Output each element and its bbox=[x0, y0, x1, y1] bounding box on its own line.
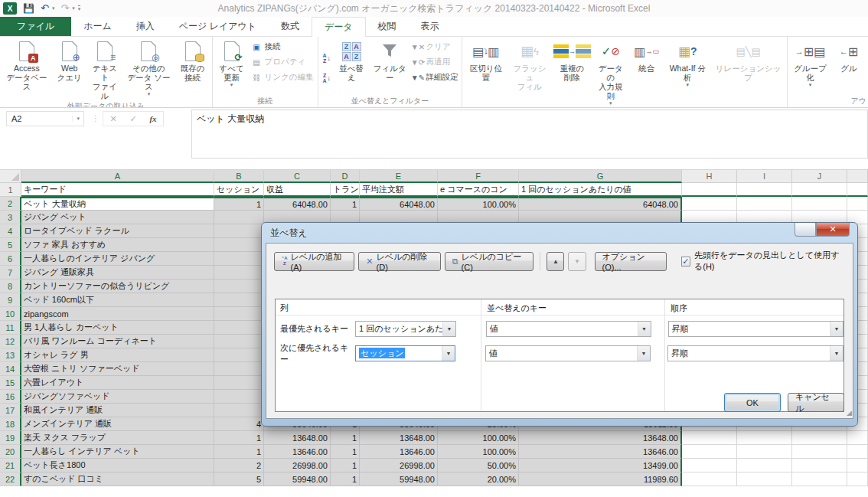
cell-sessions[interactable] bbox=[214, 280, 264, 293]
col-header-e[interactable]: E bbox=[360, 170, 438, 183]
level1-sort-on-combobox[interactable]: 値 ▼ bbox=[486, 321, 651, 337]
header-cell-keyword[interactable]: キーワード bbox=[21, 183, 214, 197]
sort-ascending-button[interactable]: AZ↓ bbox=[320, 51, 334, 65]
combo-dropdown-icon[interactable]: ▼ bbox=[637, 346, 650, 361]
text-to-columns-button[interactable]: ▤⤵▥ 区切り位置 bbox=[464, 38, 507, 107]
cell-per-session-value[interactable]: 13499.00 bbox=[519, 459, 682, 472]
row-header[interactable]: 10 bbox=[0, 307, 21, 321]
cell-ecommerce-conv[interactable]: 100.00% bbox=[438, 445, 519, 459]
cell-keyword[interactable]: カントリーソファーの似合うリビング bbox=[21, 280, 214, 293]
cell-revenue[interactable]: 13648.00 bbox=[264, 431, 331, 445]
remove-duplicates-button[interactable]: → 重複の 削除 bbox=[552, 38, 592, 107]
cell-keyword[interactable]: ベット長さ1800 bbox=[21, 459, 214, 472]
properties-button[interactable]: ▤ プロパティ bbox=[250, 56, 316, 68]
row-header-1[interactable]: 1 bbox=[0, 183, 21, 197]
cell-sessions[interactable]: 5 bbox=[214, 472, 264, 486]
access-database-button[interactable]: A Access データベース bbox=[2, 38, 52, 101]
row-header[interactable]: 13 bbox=[0, 348, 21, 362]
row-header[interactable]: 6 bbox=[0, 252, 21, 266]
level2-column-combobox[interactable]: セッション ▼ bbox=[355, 345, 455, 361]
row-header[interactable]: 18 bbox=[0, 417, 21, 431]
row-header[interactable]: 11 bbox=[0, 321, 21, 335]
row-header[interactable]: 14 bbox=[0, 362, 21, 376]
cell-sessions[interactable] bbox=[214, 321, 264, 335]
tab-review[interactable]: 校閲 bbox=[366, 16, 409, 36]
tab-insert[interactable]: 挿入 bbox=[124, 16, 167, 36]
cell-revenue[interactable]: 13646.00 bbox=[264, 445, 331, 459]
redo-icon[interactable]: ↷ bbox=[60, 3, 69, 14]
save-icon[interactable]: 💾 bbox=[23, 3, 34, 14]
move-level-up-button[interactable]: ▲ bbox=[547, 252, 564, 271]
cell-revenue[interactable]: 26998.00 bbox=[264, 459, 331, 472]
header-cell-transactions[interactable]: トランザ bbox=[331, 183, 360, 197]
header-cell-ecommerce-conv[interactable]: e コマースのコン bbox=[438, 183, 519, 197]
header-cell-revenue[interactable]: 収益 bbox=[264, 183, 331, 197]
tab-file[interactable]: ファイル bbox=[0, 16, 71, 36]
row-header[interactable]: 5 bbox=[0, 238, 21, 252]
level2-order-combobox[interactable]: 昇順 ▼ bbox=[667, 345, 844, 361]
formula-bar-splitter[interactable]: ⋮ bbox=[92, 114, 100, 123]
cell-sessions[interactable] bbox=[214, 390, 264, 404]
select-all-corner[interactable] bbox=[0, 170, 21, 183]
cell-sessions[interactable]: 4 bbox=[214, 417, 264, 431]
dialog-close-icon[interactable]: ✕ bbox=[816, 223, 850, 237]
options-button[interactable]: オプション(O)... bbox=[595, 252, 667, 271]
cell-per-session-value[interactable]: 11989.60 bbox=[519, 472, 682, 486]
dialog-help-icon[interactable] bbox=[795, 223, 816, 237]
cell-avg-order[interactable]: 59948.00 bbox=[360, 472, 438, 486]
level1-order-combobox[interactable]: 昇順 ▼ bbox=[668, 321, 844, 337]
col-header-g[interactable]: G bbox=[519, 170, 682, 183]
cell-sessions[interactable] bbox=[214, 335, 264, 348]
row-header[interactable]: 21 bbox=[0, 459, 21, 472]
cell-transactions[interactable]: 1 bbox=[331, 459, 360, 472]
refresh-all-button[interactable]: ⟳ すべて 更新 ▾ bbox=[214, 38, 250, 96]
row-header[interactable]: 9 bbox=[0, 293, 21, 307]
cell-keyword[interactable]: 楽天 ヌクス フラップ bbox=[21, 431, 214, 445]
cell-avg-order[interactable]: 26998.00 bbox=[360, 459, 438, 472]
cell-sessions[interactable] bbox=[214, 293, 264, 307]
row-header[interactable]: 2 bbox=[0, 197, 21, 211]
tab-view[interactable]: 表示 bbox=[409, 16, 452, 36]
cancel-button[interactable]: キャンセル bbox=[788, 393, 844, 412]
add-level-button[interactable]: ⁺AZ レベルの追加(A) bbox=[274, 252, 354, 271]
cell-sessions[interactable] bbox=[214, 252, 264, 266]
data-validation-button[interactable]: ✓⊘ データの 入力規則 ▾ bbox=[592, 38, 629, 107]
cell-ecommerce-conv[interactable]: 100.00% bbox=[438, 197, 519, 211]
cell-keyword[interactable]: 和風インテリア 通販 bbox=[21, 404, 214, 417]
header-cell-sessions[interactable]: セッション bbox=[214, 183, 264, 197]
cancel-entry-icon[interactable]: ✕ bbox=[103, 114, 123, 124]
col-header-i[interactable]: I bbox=[737, 170, 792, 183]
name-box[interactable]: A2 ▾ bbox=[6, 111, 84, 126]
flash-fill-button[interactable]: ▦ϟ フラッシュ フィル bbox=[507, 38, 552, 107]
undo-icon[interactable]: ↶ bbox=[41, 3, 49, 14]
cell-sessions[interactable] bbox=[214, 348, 264, 362]
customize-qat-icon[interactable]: ▾ bbox=[78, 5, 81, 12]
col-header-h[interactable]: H bbox=[682, 170, 737, 183]
cell-keyword[interactable]: ジバング ベット bbox=[21, 211, 214, 224]
insert-function-icon[interactable]: fx bbox=[143, 114, 163, 123]
cell-keyword[interactable]: 六畳レイアウト bbox=[21, 376, 214, 390]
row-header[interactable]: 17 bbox=[0, 404, 21, 417]
other-sources-button[interactable]: ◎ その他の データ ソース ▾ bbox=[122, 38, 175, 101]
row-header[interactable]: 15 bbox=[0, 376, 21, 390]
cell-keyword[interactable]: オシャレ ラグ 男 bbox=[21, 348, 214, 362]
tab-home[interactable]: ホーム bbox=[71, 16, 124, 36]
combo-dropdown-icon[interactable]: ▼ bbox=[830, 322, 843, 336]
sort-descending-button[interactable]: ZA↓ bbox=[320, 71, 334, 85]
combo-dropdown-icon[interactable]: ▼ bbox=[442, 322, 455, 336]
cell-keyword[interactable]: ロータイプベッド ラクール bbox=[21, 224, 214, 238]
cell-transactions[interactable]: 1 bbox=[331, 445, 360, 459]
combo-dropdown-icon[interactable]: ▼ bbox=[442, 346, 455, 361]
existing-connections-button[interactable]: 既存の 接続 bbox=[175, 38, 210, 101]
advanced-filter-button[interactable]: ▼✎ 詳細設定 bbox=[410, 71, 460, 83]
redo-dropdown-icon[interactable]: ▾ bbox=[72, 5, 75, 11]
level1-column-combobox[interactable]: 1 回のセッションあたりの値 ▼ bbox=[355, 321, 456, 337]
cell-sessions[interactable] bbox=[214, 266, 264, 280]
cell-keyword[interactable]: メンズインテリア 通販 bbox=[21, 417, 214, 431]
row-header[interactable]: 16 bbox=[0, 390, 21, 404]
header-cell-per-session-value[interactable]: 1 回のセッションあたりの値 bbox=[519, 183, 682, 197]
cell-keyword[interactable]: ソファ 家具 おすすめ bbox=[21, 238, 214, 252]
tab-data[interactable]: データ bbox=[312, 17, 366, 37]
row-header[interactable]: 12 bbox=[0, 335, 21, 348]
tab-formulas[interactable]: 数式 bbox=[269, 16, 312, 36]
